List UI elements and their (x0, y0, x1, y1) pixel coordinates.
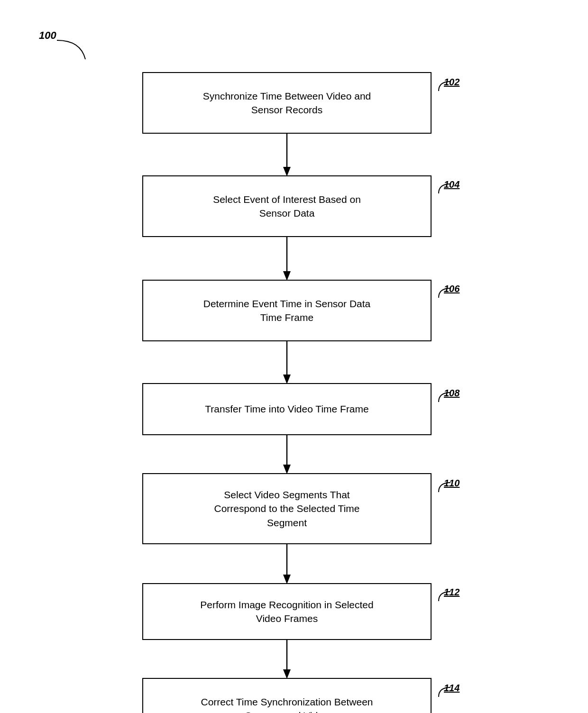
bracket-110 (436, 478, 455, 497)
box-112-text: Perform Image Recognition in Selected Vi… (200, 598, 373, 626)
box-104-text: Select Event of Interest Based on Sensor… (213, 192, 361, 220)
arrow-1 (283, 133, 291, 176)
bracket-112 (436, 587, 455, 606)
box-110-text: Select Video Segments That Correspond to… (214, 488, 359, 530)
svg-marker-7 (283, 465, 291, 474)
bracket-108 (436, 388, 455, 407)
box-110: Select Video Segments That Correspond to… (142, 473, 432, 544)
bracket-106 (436, 283, 455, 302)
bracket-114 (436, 683, 455, 702)
box-102-text: Synchronize Time Between Video and Senso… (203, 89, 371, 117)
bracket-104 (436, 179, 455, 198)
arrow-3 (283, 340, 291, 384)
svg-marker-1 (283, 167, 291, 176)
box-108: Transfer Time into Video Time Frame (142, 383, 432, 435)
diagram-container: 100 Synchronize Time Between Video and S… (0, 0, 588, 713)
box-114-text: Correct Time Synchronization Between Sen… (201, 695, 373, 713)
svg-marker-3 (283, 271, 291, 281)
box-108-text: Transfer Time into Video Time Frame (205, 402, 368, 416)
box-112: Perform Image Recognition in Selected Vi… (142, 583, 432, 640)
arrow-6 (283, 639, 291, 679)
arrow-2 (283, 236, 291, 281)
arrow-4 (283, 434, 291, 474)
bracket-102 (436, 77, 455, 96)
svg-marker-9 (283, 575, 291, 584)
svg-marker-11 (283, 669, 291, 679)
box-102: Synchronize Time Between Video and Senso… (142, 72, 432, 134)
arrow-5 (283, 543, 291, 584)
box-106: Determine Event Time in Sensor Data Time… (142, 280, 432, 341)
svg-marker-5 (283, 375, 291, 384)
box-114: Correct Time Synchronization Between Sen… (142, 678, 432, 713)
box-104: Select Event of Interest Based on Sensor… (142, 175, 432, 237)
box-106-text: Determine Event Time in Sensor Data Time… (203, 297, 371, 325)
title-bracket-curve (52, 36, 90, 64)
